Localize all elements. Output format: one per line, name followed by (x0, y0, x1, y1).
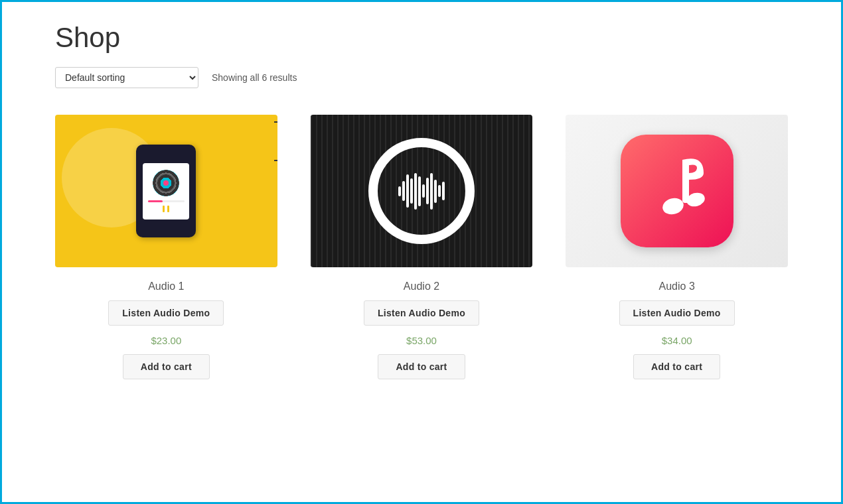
add-to-cart-button-3[interactable]: Add to cart (633, 354, 720, 379)
product-name-3: Audio 3 (659, 281, 695, 292)
sort-select[interactable]: Default sorting Sort by popularity Sort … (55, 67, 198, 88)
product-image-2 (311, 115, 533, 267)
add-to-cart-button-2[interactable]: Add to cart (378, 354, 465, 379)
product-card-1: Audio 1 Listen Audio Demo $23.00 Add to … (55, 115, 277, 379)
listen-demo-button-1[interactable]: Listen Audio Demo (108, 300, 224, 326)
listen-demo-button-2[interactable]: Listen Audio Demo (364, 300, 479, 326)
product-name-1: Audio 1 (148, 281, 184, 292)
product-price-3: $34.00 (662, 335, 692, 346)
svg-rect-0 (682, 160, 689, 203)
product-price-2: $53.00 (406, 335, 437, 346)
product-card-2: Audio 2 Listen Audio Demo $53.00 Add to … (311, 115, 533, 379)
product-image-3 (566, 115, 788, 267)
results-count: Showing all 6 results (212, 72, 297, 83)
toolbar: Default sorting Sort by popularity Sort … (55, 67, 788, 88)
page-wrapper: Shop Default sorting Sort by popularity … (2, 2, 841, 399)
listen-demo-button-3[interactable]: Listen Audio Demo (619, 300, 735, 326)
phone-device-icon (136, 145, 196, 237)
waveform-circle-icon (368, 138, 475, 244)
page-title: Shop (55, 22, 788, 54)
product-price-1: $23.00 (151, 335, 181, 346)
products-grid: Audio 1 Listen Audio Demo $23.00 Add to … (55, 115, 788, 379)
add-to-cart-button-1[interactable]: Add to cart (123, 354, 210, 379)
music-app-icon (621, 135, 733, 247)
product-name-2: Audio 2 (404, 281, 439, 292)
svg-point-1 (660, 196, 685, 216)
product-image-1 (55, 115, 277, 267)
product-card-3: Audio 3 Listen Audio Demo $34.00 Add to … (566, 115, 788, 379)
